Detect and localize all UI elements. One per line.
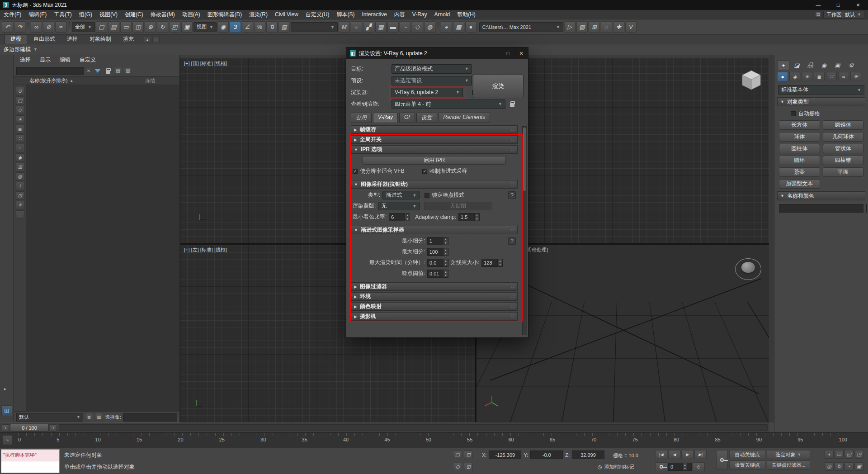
display-bones-icon[interactable]: ≀ xyxy=(16,182,24,190)
dock-expand-icon[interactable]: ▸ xyxy=(4,386,6,391)
force-progressive-checkbox[interactable] xyxy=(422,169,427,174)
dialog-scrollbar[interactable] xyxy=(522,126,527,335)
dialog-maximize-button[interactable]: □ xyxy=(501,47,514,59)
percent-snap-icon[interactable]: % xyxy=(254,21,265,33)
frozen-column-header[interactable]: 冻结 xyxy=(145,77,155,84)
ribbon-toggle-icon[interactable]: ▬ xyxy=(387,21,399,33)
rollout-frame-buffer[interactable]: ▶帧缓存∷ xyxy=(351,125,518,134)
pan-icon[interactable]: ◎ xyxy=(825,462,834,471)
rendered-frame-icon[interactable]: ▩ xyxy=(453,21,464,33)
menu-item[interactable]: 脚本(S) xyxy=(333,10,358,19)
maximize-button[interactable]: □ xyxy=(828,0,848,10)
scene-object-list[interactable] xyxy=(26,85,179,411)
object-type-button[interactable]: 圆锥体 xyxy=(823,120,864,130)
filter-funnel-icon[interactable] xyxy=(94,69,101,73)
schematic-view-icon[interactable]: ◇ xyxy=(412,21,423,33)
object-type-button[interactable]: 圆柱体 xyxy=(779,144,820,153)
selection-region-icon[interactable]: ▭ xyxy=(120,21,132,33)
render-mask-dropdown[interactable]: 无▼ xyxy=(378,202,420,210)
lights-category-icon[interactable]: ☀ xyxy=(802,72,812,81)
shapes-category-icon[interactable]: ◈ xyxy=(789,72,800,81)
previous-frame-arrow[interactable]: ‹ xyxy=(2,424,9,431)
rollout-global-switches[interactable]: ▶全局开关∷ xyxy=(351,135,518,144)
previous-frame-icon[interactable]: ◀ xyxy=(668,450,680,459)
ribbon-tab-populate[interactable]: 填充 xyxy=(118,35,139,44)
adaptivity-clamp-spinner[interactable]: 1.5▲▼ xyxy=(458,213,480,221)
menu-item[interactable]: 帮助(H) xyxy=(453,10,479,19)
create-tab-icon[interactable]: + xyxy=(777,60,789,70)
next-frame-icon[interactable]: ▶| xyxy=(694,450,707,459)
menu-item[interactable]: 动画(A) xyxy=(179,10,204,19)
dialog-tab-settings[interactable]: 设置 xyxy=(416,113,437,123)
key-filters-button[interactable]: 关键点过滤器... xyxy=(767,460,810,469)
noise-threshold-spinner[interactable]: 0.01▲▼ xyxy=(427,270,448,278)
use-pivot-center-icon[interactable]: ◉ xyxy=(217,21,229,33)
rollout-image-filter[interactable]: ▶图像过滤器∷ xyxy=(351,282,518,291)
dialog-tab-common[interactable]: 公用 xyxy=(351,113,372,123)
object-color-swatch[interactable] xyxy=(866,204,867,213)
explorer-menu-edit[interactable]: 编辑 xyxy=(56,56,75,64)
select-link-icon[interactable]: ∞ xyxy=(31,21,42,33)
no-map-button[interactable]: 无贴图 xyxy=(425,202,491,210)
explorer-preset-dropdown[interactable]: 默认▼ xyxy=(16,413,83,422)
enable-ipr-button[interactable]: 启用 IPR xyxy=(363,156,506,165)
display-xrefs-icon[interactable]: ⊞ xyxy=(16,163,24,171)
display-geometry-icon[interactable]: ▢ xyxy=(16,96,24,105)
ray-bundle-size-spinner[interactable]: 128▲▼ xyxy=(481,259,503,267)
x-coordinate-field[interactable]: -125.309 xyxy=(489,450,521,459)
unlink-icon[interactable]: ⊘ xyxy=(43,21,54,33)
display-materials-icon[interactable]: ◍ xyxy=(16,172,24,181)
project-folder-dropdown[interactable]: C:\Users\… Max 2021▼ xyxy=(479,22,563,32)
spinner-snap-icon[interactable]: ⇅ xyxy=(266,21,278,33)
object-type-button[interactable]: 茶壶 xyxy=(779,167,820,177)
scrollbar-thumb[interactable] xyxy=(523,128,526,191)
explorer-menu-customize[interactable]: 自定义 xyxy=(75,56,100,64)
spacewarps-category-icon[interactable]: ≈ xyxy=(838,72,849,81)
fit-resolution-vfb-checkbox[interactable] xyxy=(353,169,358,174)
ribbon-tab-selection[interactable]: 选择 xyxy=(61,35,83,44)
max-subdivs-spinner[interactable]: 100▲▼ xyxy=(427,248,448,256)
object-name-input[interactable] xyxy=(779,204,863,213)
next-frame-arrow[interactable]: › xyxy=(50,424,57,431)
snap-toggle-icon[interactable]: 3 xyxy=(230,21,241,33)
offset-mode-icon[interactable]: ⊡ xyxy=(464,450,473,459)
menu-item[interactable]: 文件(F) xyxy=(0,10,25,19)
y-coordinate-field[interactable]: -0.0 xyxy=(530,450,563,459)
ribbon-panel-polygon-modeling[interactable]: 多边形建模 xyxy=(4,46,31,53)
dialog-minimize-button[interactable]: — xyxy=(487,47,501,59)
render-production-icon[interactable]: ● xyxy=(465,21,476,33)
time-configuration-icon[interactable]: ◷ xyxy=(693,462,705,471)
menu-item[interactable]: 内容 xyxy=(391,10,409,19)
add-time-tag[interactable]: ◷ 添加时间标记 xyxy=(598,464,634,470)
cameras-category-icon[interactable]: ◙ xyxy=(814,72,825,81)
display-frozen-icon[interactable]: ✳ xyxy=(16,201,24,209)
hierarchy-tab-icon[interactable]: 品 xyxy=(804,60,816,70)
menu-item[interactable]: 工具(T) xyxy=(50,10,75,19)
render-setup-icon[interactable]: ◕ xyxy=(441,21,452,33)
select-place-icon[interactable]: ▣ xyxy=(181,21,193,33)
helpers-category-icon[interactable]: ∷ xyxy=(826,72,837,81)
dialog-tab-render-elements[interactable]: Render Elements xyxy=(439,113,491,123)
select-by-name-icon[interactable]: ▤ xyxy=(108,21,119,33)
go-to-start-icon[interactable]: |◀ xyxy=(655,450,667,459)
coordinate-system-dropdown[interactable]: 视图▼ xyxy=(193,22,217,32)
object-type-button[interactable]: 球体 xyxy=(779,132,820,142)
help-button[interactable]: ? xyxy=(508,191,516,199)
list-view-icon[interactable]: ≣ xyxy=(85,413,93,421)
ribbon-tab-modeling[interactable]: 建模 xyxy=(5,34,27,44)
menu-item[interactable]: 组(G) xyxy=(75,10,96,19)
selection-set-field[interactable] xyxy=(123,413,177,422)
isolate-selection-icon[interactable]: ▢ xyxy=(453,450,462,459)
rollout-environment[interactable]: ▶环境∷ xyxy=(351,292,518,301)
viewcube-icon[interactable] xyxy=(741,69,762,91)
macro-recorder-row[interactable]: "执行脚本完毕" xyxy=(1,450,59,461)
curve-editor-icon[interactable]: ~ xyxy=(400,21,411,33)
help-button[interactable]: ? xyxy=(508,237,516,245)
named-selection-dropdown[interactable]: ▼ xyxy=(291,22,338,32)
explorer-settings-icon[interactable]: ▤ xyxy=(114,67,122,75)
menu-item[interactable]: Civil View xyxy=(271,10,302,19)
motion-tab-icon[interactable]: ◉ xyxy=(818,60,830,70)
align-icon[interactable]: ≡ xyxy=(351,21,362,33)
lock-icon[interactable] xyxy=(106,70,110,74)
selection-lock-icon[interactable]: ⊙ xyxy=(453,463,462,471)
